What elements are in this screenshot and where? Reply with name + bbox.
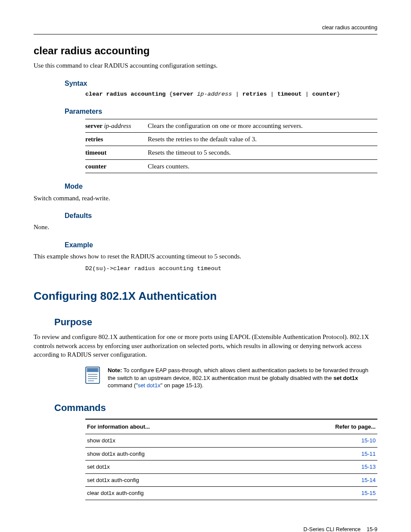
section-title: Configuring 802.1X Authentication [34,289,377,304]
param-desc: Resets the timeout to 5 seconds. [148,146,377,159]
param-sub: ip-address [104,122,131,129]
purpose-heading: Purpose [54,316,377,329]
syntax-ip: ip-address [197,91,232,97]
table-row: set dot1x auth-config 15-14 [85,473,377,487]
param-name: timeout [85,146,148,159]
defaults-heading: Defaults [65,211,377,221]
note-link[interactable]: set dot1x [138,382,161,389]
table-row: clear dot1x auth-config 15-15 [85,487,377,500]
note-part1: To configure EAP pass-through, which all… [108,367,368,381]
param-desc: Resets the retries to the default value … [148,133,377,146]
syntax-cmd: clear radius accounting [85,91,165,97]
syntax-server: server [173,91,194,97]
table-header-row: For information about... Refer to page..… [85,419,377,434]
syntax-counter: counter [312,91,337,97]
table-row: set dot1x 15-13 [85,460,377,474]
cmd-page-link[interactable]: 15-14 [261,473,377,487]
defaults-text: None. [34,223,377,231]
parameters-heading: Parameters [65,107,377,116]
param-desc: Clears the configuration on one or more … [148,119,377,132]
syntax-heading: Syntax [65,79,377,88]
commands-heading: Commands [54,401,377,414]
note-box: Note: To configure EAP pass-through, whi… [85,367,377,389]
note-text: Note: To configure EAP pass-through, whi… [108,367,377,389]
col-page: Refer to page... [261,419,377,434]
syntax-timeout: timeout [277,91,302,97]
cmd-name: show dot1x [85,434,261,448]
note-cmd: set dot1x [333,375,358,381]
col-info: For information about... [85,419,261,434]
cmd-name: show dot1x auth-config [85,447,261,460]
table-row: timeout Resets the timeout to 5 seconds. [85,146,377,159]
commands-table: For information about... Refer to page..… [85,419,377,500]
cmd-name: set dot1x auth-config [85,473,261,487]
note-label: Note: [108,367,122,373]
mode-heading: Mode [65,182,377,191]
command-description: Use this command to clear RADIUS account… [34,61,377,70]
example-heading: Example [65,240,377,250]
cmd-page-link[interactable]: 15-13 [261,460,377,474]
purpose-text: To review and configure 802.1X authentic… [34,333,377,359]
param-name: server [85,122,103,129]
syntax-line: clear radius accounting {server ip-addre… [85,90,377,98]
note-part3: " on page 15-13). [160,382,203,389]
table-row: show dot1x auth-config 15-11 [85,447,377,460]
footer-doc: D-Series CLI Reference [303,526,361,532]
example-code: D2(su)->clear radius accounting timeout [85,265,377,273]
parameters-table: server ip-address Clears the configurati… [85,119,377,173]
table-row: counter Clears counters. [85,159,377,173]
param-name: retries [85,133,148,146]
mode-text: Switch command, read-write. [34,194,377,202]
cmd-name: set dot1x [85,460,261,474]
param-desc: Clears counters. [148,159,377,173]
footer-page: 15-9 [367,526,377,532]
cmd-page-link[interactable]: 15-10 [261,434,377,448]
cmd-page-link[interactable]: 15-15 [261,487,377,500]
page-footer: D-Series CLI Reference 15-9 [34,526,377,532]
cmd-name: clear dot1x auth-config [85,487,261,500]
table-row: retries Resets the retries to the defaul… [85,133,377,146]
cmd-page-link[interactable]: 15-11 [261,447,377,460]
param-name: counter [85,159,148,173]
syntax-retries: retries [243,91,267,97]
table-row: server ip-address Clears the configurati… [85,119,377,132]
command-title: clear radius accounting [34,44,377,58]
note-part2: command (" [108,382,138,389]
example-text: This example shows how to reset the RADI… [34,252,377,261]
table-row: show dot1x 15-10 [85,434,377,448]
note-icon [85,367,100,384]
running-header: clear radius accounting [34,24,377,34]
